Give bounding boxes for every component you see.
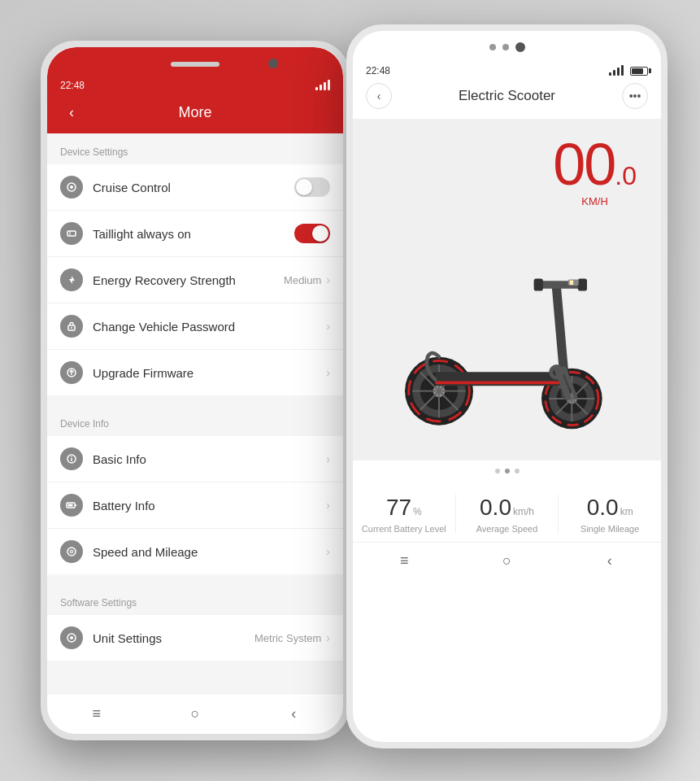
menu-item-basic-info[interactable]: Basic Info ›: [47, 436, 343, 482]
basic-info-label: Basic Info: [93, 452, 326, 466]
section-header-device-info: Device Info: [47, 405, 343, 436]
signal-bars-left: [315, 81, 330, 90]
back-button-right[interactable]: ‹: [366, 83, 392, 109]
unit-settings-arrow: ›: [326, 631, 330, 644]
phone-right: 22:48 ‹ Electric Scooter ••: [346, 24, 667, 748]
unit-settings-value: Metric System: [254, 632, 321, 644]
section-header-software-settings: Software Settings: [47, 584, 343, 615]
content-left: Device Settings Cruise Control: [47, 133, 343, 693]
svg-rect-39: [435, 382, 567, 385]
header-right: ‹ Electric Scooter •••: [353, 83, 661, 119]
scene: 22:48 ‹ More Device Settings: [0, 0, 700, 781]
svg-rect-13: [75, 504, 76, 506]
unit-settings-label: Unit Settings: [93, 631, 254, 645]
stats-area: 77 % Current Battery Level 0.0 km/h Aver…: [353, 482, 661, 542]
speed-mileage-arrow: ›: [326, 545, 330, 558]
nav-menu-left[interactable]: ≡: [87, 704, 107, 723]
battery-level-label: Current Battery Level: [353, 524, 455, 534]
svg-rect-43: [577, 279, 586, 291]
stat-avg-speed: 0.0 km/h Average Speed: [456, 495, 559, 534]
status-bar-right: 22:48: [353, 31, 661, 83]
stat-battery-level: 77 % Current Battery Level: [353, 495, 456, 534]
nav-home-right[interactable]: ○: [497, 551, 516, 570]
cruise-control-label: Cruise Control: [93, 181, 294, 194]
time-left: 22:48: [60, 80, 85, 91]
phone-left: 22:48 ‹ More Device Settings: [41, 41, 350, 740]
camera-left: [268, 59, 278, 68]
nav-back-left[interactable]: ‹: [284, 704, 303, 723]
svg-point-17: [71, 551, 72, 552]
menu-item-upgrade-firmware[interactable]: Upgrade Firmware ›: [47, 350, 343, 395]
svg-marker-4: [69, 276, 75, 284]
battery-level-unit: %: [413, 506, 422, 517]
menu-item-taillight[interactable]: Taillight always on: [47, 211, 343, 257]
upgrade-firmware-label: Upgrade Firmware: [93, 366, 326, 380]
battery-level-value: 77: [386, 495, 411, 521]
mileage-unit: km: [620, 506, 633, 517]
svg-point-19: [70, 636, 73, 639]
speed-mileage-label: Speed and Mileage: [93, 545, 326, 559]
svg-point-1: [70, 185, 73, 189]
camera-right: [515, 42, 525, 52]
top-sensors-right: [489, 42, 525, 52]
battery-info-icon: [60, 494, 83, 517]
taillight-icon: [60, 222, 83, 245]
nav-menu-right[interactable]: ≡: [394, 551, 414, 570]
page-title-right: Electric Scooter: [459, 88, 555, 104]
mileage-value: 0.0: [587, 495, 619, 521]
header-left: ‹ More: [47, 94, 343, 133]
back-button-left[interactable]: ‹: [60, 101, 83, 124]
mileage-label: Single Mileage: [559, 524, 661, 534]
signal-bars-right: [609, 66, 624, 76]
svg-point-11: [71, 456, 72, 458]
scooter-image: [353, 184, 661, 444]
speed-mileage-icon: [60, 540, 83, 563]
page-title-left: More: [83, 104, 307, 121]
cruise-control-icon: [60, 176, 83, 199]
svg-rect-2: [67, 231, 76, 236]
status-bar-left: 22:48: [47, 47, 343, 94]
menu-item-cruise-control[interactable]: Cruise Control: [47, 164, 343, 211]
page-dot-2: [505, 469, 510, 473]
menu-items-device-info: Basic Info › Battery Info: [47, 436, 343, 574]
battery-info-arrow: ›: [326, 499, 330, 512]
page-dot-1: [495, 469, 500, 473]
menu-item-vehicle-password[interactable]: Change Vehicle Password ›: [47, 303, 343, 350]
more-menu-button-right[interactable]: •••: [622, 83, 648, 109]
sensor-dot-2: [502, 44, 509, 50]
upgrade-firmware-icon: [60, 361, 83, 384]
nav-home-left[interactable]: ○: [185, 704, 205, 723]
svg-rect-49: [569, 280, 573, 285]
menu-items-device-settings: Cruise Control Tailligh: [47, 164, 343, 395]
avg-speed-value: 0.0: [480, 495, 511, 521]
svg-rect-42: [533, 279, 542, 291]
vehicle-password-icon: [60, 315, 83, 338]
svg-rect-14: [68, 504, 73, 507]
menu-item-battery-info[interactable]: Battery Info ›: [47, 482, 343, 529]
vehicle-password-label: Change Vehicle Password: [93, 320, 326, 334]
energy-recovery-icon: [60, 268, 83, 291]
menu-item-speed-mileage[interactable]: Speed and Mileage ›: [47, 529, 343, 574]
stat-mileage: 0.0 km Single Mileage: [559, 495, 661, 534]
battery-indicator-right: [630, 67, 648, 76]
nav-back-right[interactable]: ‹: [600, 551, 620, 570]
menu-item-unit-settings[interactable]: Unit Settings Metric System ›: [47, 615, 343, 661]
taillight-label: Taillight always on: [93, 227, 294, 241]
upgrade-firmware-arrow: ›: [326, 366, 330, 379]
speaker: [171, 62, 220, 67]
page-dot-3: [515, 469, 520, 473]
avg-speed-label: Average Speed: [456, 524, 559, 534]
section-header-device-settings: Device Settings: [47, 133, 343, 164]
energy-recovery-label: Energy Recovery Strength: [93, 273, 284, 287]
battery-info-label: Battery Info: [93, 499, 326, 513]
sensor-dot-1: [489, 44, 496, 50]
vehicle-password-arrow: ›: [326, 320, 330, 333]
energy-recovery-value: Medium: [284, 274, 321, 286]
svg-point-6: [71, 327, 72, 329]
menu-item-energy-recovery[interactable]: Energy Recovery Strength Medium ›: [47, 257, 343, 303]
taillight-toggle[interactable]: [294, 224, 330, 243]
bottom-nav-right: ≡ ○ ‹: [353, 542, 661, 585]
cruise-control-toggle[interactable]: [294, 177, 330, 197]
menu-items-software-settings: Unit Settings Metric System ›: [47, 615, 343, 661]
scooter-display: 00 .0 KM/H: [353, 119, 661, 460]
